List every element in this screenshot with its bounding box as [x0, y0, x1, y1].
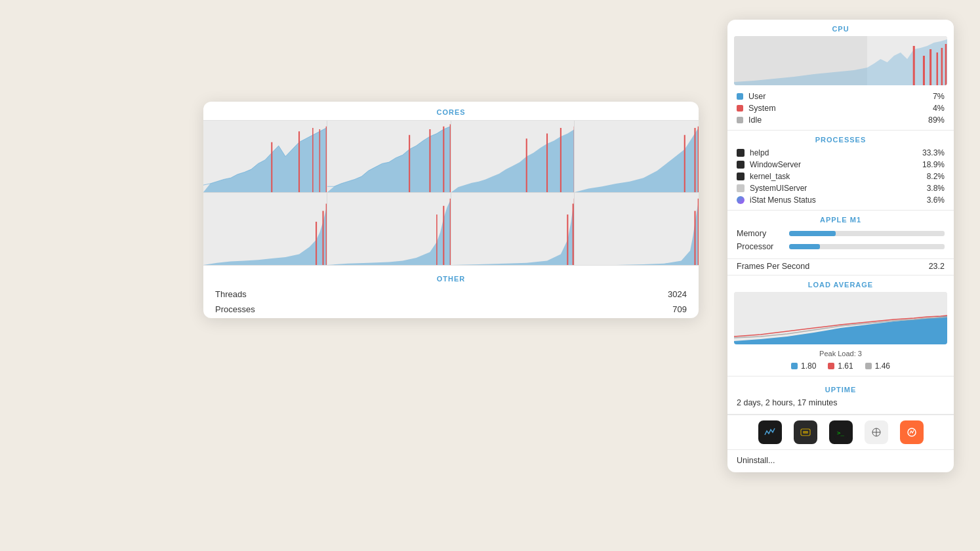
process-name-4: iStat Menus Status	[750, 195, 927, 205]
svg-rect-55	[764, 426, 777, 439]
core-cell-2	[327, 121, 451, 193]
icon-activity-monitor[interactable]	[758, 420, 782, 444]
legend-item-1: 1.80	[791, 361, 816, 371]
other-title: OTHER	[203, 268, 699, 287]
processes-section: PROCESSES helpd 33.3% WindowServer 18.9%…	[727, 131, 954, 211]
process-name-0: helpd	[750, 148, 922, 157]
svg-text:>_: >_	[837, 430, 844, 436]
right-panel: CPU User 7%	[727, 20, 954, 472]
load-chart	[734, 292, 947, 344]
process-pct-4: 3.6%	[927, 195, 945, 205]
load-average-title: LOAD AVERAGE	[727, 276, 954, 292]
load-legend: 1.80 1.61 1.46	[727, 361, 954, 376]
icon-gpu[interactable]	[794, 420, 817, 444]
process-pct-0: 33.3%	[922, 148, 945, 157]
cpu-section: CPU User 7%	[727, 20, 954, 131]
process-icon-0	[737, 149, 745, 157]
svg-rect-39	[575, 193, 699, 265]
fps-row: Frames Per Second 23.2	[727, 259, 954, 275]
cores-panel: CORES	[203, 102, 699, 318]
processes-label: Processes	[215, 304, 255, 314]
threads-value: 3024	[668, 289, 687, 299]
cpu-user-value: 7%	[933, 92, 945, 101]
idle-color-dot	[737, 117, 743, 123]
process-icon-1	[737, 161, 745, 169]
svg-rect-34	[451, 193, 575, 265]
process-name-2: kernel_task	[750, 172, 927, 181]
memory-row: Memory	[727, 227, 954, 240]
process-row-1: WindowServer 18.9%	[727, 159, 954, 171]
threads-label: Threads	[215, 289, 247, 299]
legend-val-3: 1.46	[875, 361, 890, 371]
processor-row: Processor	[727, 240, 954, 253]
processor-bar	[789, 244, 820, 249]
cpu-user-label: User	[748, 92, 933, 101]
cores-title: CORES	[203, 102, 699, 120]
process-row-3: SystemUIServer 3.8%	[727, 182, 954, 194]
system-color-dot	[737, 105, 743, 112]
cpu-idle-label: Idle	[748, 115, 928, 125]
core-cell-5	[203, 193, 327, 265]
core-cell-7	[451, 193, 575, 265]
memory-bar-container	[789, 231, 945, 236]
cpu-title: CPU	[727, 20, 954, 36]
threads-row: Threads 3024	[203, 287, 699, 302]
legend-val-1: 1.80	[801, 361, 816, 371]
icon-istat[interactable]	[900, 420, 924, 444]
processes-value: 709	[672, 304, 687, 314]
memory-bar	[789, 231, 836, 236]
processor-bar-container	[789, 244, 945, 249]
process-icon-4	[737, 196, 745, 204]
uninstall-row: Uninstall...	[727, 449, 954, 472]
fps-label: Frames Per Second	[737, 262, 809, 271]
process-icon-2	[737, 173, 745, 180]
fps-value: 23.2	[929, 262, 945, 271]
core-cell-8	[575, 193, 699, 265]
cores-grid	[203, 120, 699, 265]
cpu-idle-value: 89%	[928, 115, 945, 125]
process-icon-3	[737, 184, 745, 192]
cpu-idle-row: Idle 89%	[727, 114, 954, 130]
bottom-icons-bar: >_	[727, 415, 954, 449]
process-row-4: iStat Menus Status 3.6%	[727, 194, 954, 206]
cpu-system-row: System 4%	[727, 102, 954, 114]
process-pct-1: 18.9%	[922, 160, 945, 169]
core-cell-3	[451, 121, 575, 193]
uninstall-button[interactable]: Uninstall...	[737, 456, 775, 465]
cpu-system-label: System	[748, 104, 933, 113]
core-cell-1	[203, 121, 327, 193]
processes-row: Processes 709	[203, 302, 699, 317]
process-pct-3: 3.8%	[927, 184, 945, 193]
core-cell-4	[575, 121, 699, 193]
legend-dot-3	[865, 363, 872, 369]
legend-dot-1	[791, 363, 798, 369]
legend-dot-2	[828, 363, 834, 369]
processor-label: Processor	[737, 242, 789, 251]
svg-rect-58	[803, 431, 808, 434]
cpu-system-value: 4%	[933, 104, 945, 113]
user-color-dot	[737, 93, 743, 100]
process-name-3: SystemUIServer	[750, 184, 927, 193]
uptime-text: 2 days, 2 hours, 17 minutes	[737, 397, 945, 409]
uptime-section: UPTIME 2 days, 2 hours, 17 minutes	[727, 377, 954, 415]
uptime-title: UPTIME	[737, 380, 945, 397]
apple-m1-section: APPLE M1 Memory Processor	[727, 211, 954, 259]
cpu-chart	[734, 36, 947, 85]
legend-item-2: 1.61	[828, 361, 853, 371]
legend-val-2: 1.61	[838, 361, 853, 371]
fps-section: Frames Per Second 23.2	[727, 259, 954, 276]
process-pct-2: 8.2%	[927, 172, 945, 181]
icon-terminal[interactable]: >_	[829, 420, 853, 444]
process-row-2: kernel_task 8.2%	[727, 171, 954, 182]
memory-label: Memory	[737, 229, 789, 238]
other-section: OTHER Threads 3024 Processes 709	[203, 265, 699, 318]
load-average-section: LOAD AVERAGE Peak Load: 3 1.80 1.61	[727, 276, 954, 377]
processes-title: PROCESSES	[727, 131, 954, 147]
icon-directory[interactable]	[865, 420, 888, 444]
peak-load-label: Peak Load: 3	[727, 348, 954, 361]
process-name-1: WindowServer	[750, 160, 922, 169]
cpu-user-row: User 7%	[727, 91, 954, 102]
apple-m1-title: APPLE M1	[727, 211, 954, 227]
legend-item-3: 1.46	[865, 361, 890, 371]
process-row-0: helpd 33.3%	[727, 147, 954, 159]
